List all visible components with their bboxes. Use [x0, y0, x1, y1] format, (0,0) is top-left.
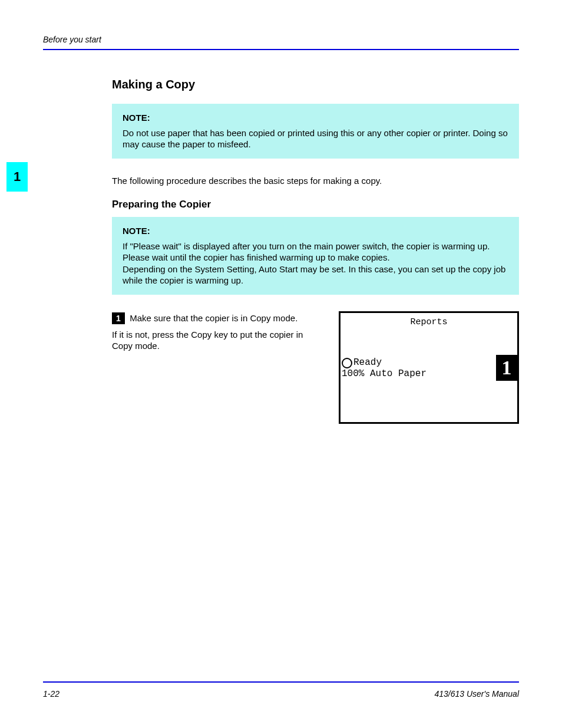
note-body-2a: If "Please wait" is displayed after you … [123, 241, 508, 263]
step-instruction-b: If it is not, press the Copy key to put … [112, 329, 321, 352]
note-callout-1: NOTE: Do not use paper that has been cop… [112, 104, 519, 159]
footer-manual-title: 413/613 User's Manual [434, 689, 519, 699]
header-section-label: Before you start [43, 34, 101, 45]
note-body-1: Do not use paper that has been copied or… [123, 127, 508, 150]
step-text: 1 Make sure that the copier is in Copy m… [112, 311, 321, 357]
subtitle: Preparing the Copier [112, 198, 519, 211]
printer-display: Reports Ready 100% Auto Paper 1 [339, 311, 519, 424]
display-report-title: Reports [340, 313, 517, 330]
footer-rule [43, 681, 519, 683]
page-title: Making a Copy [112, 77, 519, 92]
display-copy-count: 1 [496, 355, 517, 381]
note-callout-2: NOTE: If "Please wait" is displayed afte… [112, 217, 519, 295]
main-content: Making a Copy NOTE: Do not use paper tha… [112, 77, 519, 424]
step-instruction-a: Make sure that the copier is in Copy mod… [130, 313, 297, 323]
note-title-1: NOTE: [123, 112, 508, 124]
footer-page-number: 1-22 [43, 689, 59, 699]
header-rule [43, 49, 519, 50]
step-number-badge: 1 [112, 312, 125, 324]
display-status-line-2: 100% Auto Paper [340, 368, 494, 380]
side-tab: 1 [6, 162, 28, 192]
step-row: 1 Make sure that the copier is in Copy m… [112, 311, 519, 424]
circle-icon [342, 358, 352, 368]
note-body-2b: Depending on the System Setting, Auto St… [123, 263, 508, 286]
display-status-text: Ready [353, 357, 491, 369]
footer: 1-22 413/613 User's Manual [43, 689, 519, 699]
intro-paragraph: The following procedure describes the ba… [112, 175, 519, 187]
note-title-2: NOTE: [123, 225, 508, 237]
